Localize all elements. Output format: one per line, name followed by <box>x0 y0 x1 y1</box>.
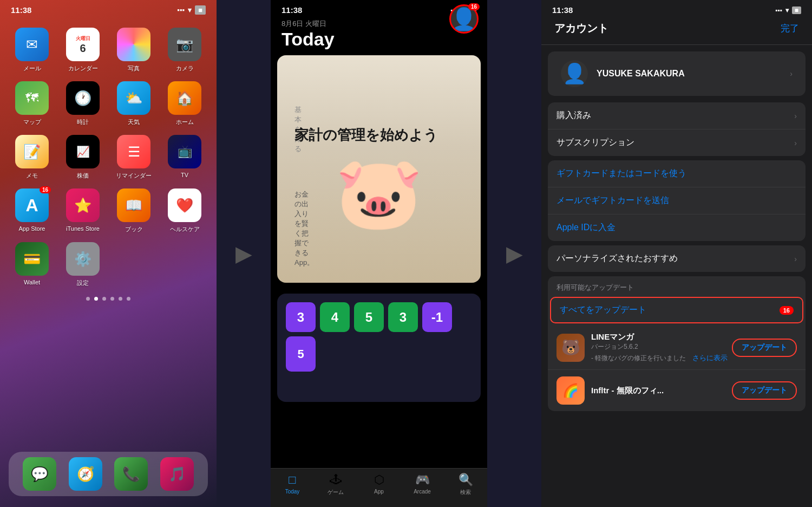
app-settings[interactable]: ⚙️ 設定 <box>62 242 104 287</box>
purchased-label: 購入済み <box>556 110 794 121</box>
app-notes[interactable]: 📝 メモ <box>11 135 53 180</box>
messages-icon: 💬 <box>31 466 48 483</box>
game-tile-0: 3 <box>286 302 316 332</box>
weather-label: 天気 <box>128 118 140 126</box>
personalized-item[interactable]: パーソナライズされたおすすめ › <box>548 245 806 272</box>
dock-phone[interactable]: 📞 <box>111 457 152 491</box>
tab-today[interactable]: □ Today <box>271 473 314 496</box>
signal-icon: ▪▪▪ <box>177 6 185 14</box>
phone-icon-bg: 📞 <box>114 457 148 491</box>
tab-arcade[interactable]: 🎮 Arcade <box>401 473 444 496</box>
line-manga-update-btn[interactable]: アップデート <box>732 339 797 357</box>
app-mail[interactable]: ✉ メール <box>11 28 53 73</box>
dock-safari[interactable]: 🧭 <box>66 457 106 491</box>
tab-search[interactable]: 🔍 検索 <box>444 473 487 496</box>
wallet-icon: 💳 <box>23 251 41 268</box>
infltr-icon-img: 🌈 <box>562 383 579 398</box>
gift-code-item[interactable]: ギフトカードまたはコードを使う <box>548 160 806 187</box>
clock-icon: 🕐 <box>74 90 91 107</box>
mail-label: メール <box>23 64 41 73</box>
account-screen: 11:38 ▪▪▪ ▾ ■ アカウント 完了 👤 YUSUKE SAKAKURA… <box>541 0 812 507</box>
photos-icon-bg <box>117 28 150 61</box>
tab-search-label: 検索 <box>460 489 471 496</box>
app-stocks[interactable]: 📈 株価 <box>62 135 104 180</box>
dock-music[interactable]: 🎵 <box>157 457 198 491</box>
dot-6 <box>127 297 130 301</box>
line-manga-name: LINEマンガ <box>591 332 732 342</box>
wifi-icon-3: ▾ <box>785 6 789 14</box>
stocks-icon: 📈 <box>76 145 90 158</box>
tab-apps[interactable]: ⬡ App <box>357 473 401 496</box>
appstore-icon-bg: A 16 <box>15 188 49 222</box>
music-icon-bg: 🎵 <box>160 457 194 491</box>
dock-messages[interactable]: 💬 <box>19 457 60 491</box>
add-funds-item[interactable]: Apple IDに入金 <box>548 214 806 241</box>
done-button[interactable]: 完了 <box>781 22 799 35</box>
calendar-day: 6 <box>80 42 86 54</box>
user-avatar-portrait: 👤 <box>562 62 587 85</box>
health-icon: ❤️ <box>176 197 193 214</box>
line-manga-icon: 🐻 <box>556 334 585 362</box>
app-maps[interactable]: 🗺 マップ <box>11 81 53 126</box>
itunes-icon: ⭐ <box>74 197 91 214</box>
purchased-chevron-icon: › <box>794 112 797 120</box>
updates-section: 利用可能なアップデート すべてをアップデート 16 🐻 LINEマンガ バージョ… <box>548 276 806 411</box>
personalized-label: パーソナライズされたおすすめ <box>556 253 794 264</box>
clock-icon-bg: 🕐 <box>66 81 100 115</box>
line-manga-icon-img: 🐻 <box>561 339 580 356</box>
menu-subscriptions[interactable]: サブスクリプション › <box>548 129 806 156</box>
calendar-icon-bg: 火曜日 6 <box>66 28 100 61</box>
notes-icon-bg: 📝 <box>15 135 49 168</box>
mail-icon-bg: ✉ <box>15 28 49 61</box>
account-title: アカウント <box>554 21 608 36</box>
app-weather[interactable]: ⛅ 天気 <box>113 81 155 126</box>
app-photos[interactable]: 写真 <box>113 28 155 73</box>
stocks-icon-bg: 📈 <box>66 135 100 168</box>
dot-3 <box>102 297 106 301</box>
piggy-bank-icon: 🐷 <box>335 152 423 235</box>
game-tiles-row2: 5 <box>277 332 481 372</box>
phone-icon: 📞 <box>122 466 140 483</box>
app-calendar[interactable]: 火曜日 6 カレンダー <box>62 28 104 73</box>
menu-purchased[interactable]: 購入済み › <box>548 102 806 129</box>
user-chevron-icon: › <box>790 69 793 78</box>
infltr-update-btn[interactable]: アップデート <box>732 381 797 400</box>
health-icon-bg: ❤️ <box>168 188 201 222</box>
books-icon-bg: 📖 <box>117 188 150 222</box>
dot-2 <box>94 297 98 301</box>
app-camera[interactable]: 📷 カメラ <box>163 28 206 73</box>
calendar-label: カレンダー <box>68 64 98 73</box>
app-reminders[interactable]: ☰ リマインダー <box>113 135 155 180</box>
status-icons-1: ▪▪▪ ▾ ■ <box>177 5 206 15</box>
today-card-1[interactable]: 基本を知る 家計の管理を始めよう 🐷 お金の出入りを賢く把握できるApp。 <box>277 55 481 283</box>
app-health[interactable]: ❤️ ヘルスケア <box>163 188 206 233</box>
send-gift-item[interactable]: メールでギフトカードを送信 <box>548 187 806 214</box>
subscriptions-label: サブスクリプション <box>556 137 794 148</box>
app-clock[interactable]: 🕐 時計 <box>62 81 104 126</box>
game-tile-2: 5 <box>354 302 384 332</box>
tab-games[interactable]: 🕹 ゲーム <box>314 473 357 496</box>
today-card-2[interactable]: 3 4 5 3 -1 5 <box>277 294 481 402</box>
maps-label: マップ <box>23 118 41 126</box>
app-tv[interactable]: 📺 TV <box>163 135 206 180</box>
settings-label: 設定 <box>77 279 89 287</box>
tab-arcade-icon: 🎮 <box>415 473 430 487</box>
mail-icon: ✉ <box>26 36 38 53</box>
time-3: 11:38 <box>552 5 573 15</box>
update-all-row[interactable]: すべてをアップデート 16 <box>550 297 803 323</box>
app-itunes[interactable]: ⭐ iTunes Store <box>62 188 104 233</box>
app-appstore[interactable]: A 16 App Store <box>11 188 53 233</box>
see-more-btn[interactable]: さらに表示 <box>692 353 728 363</box>
user-profile-row[interactable]: 👤 YUSUKE SAKAKURA › <box>548 51 806 96</box>
calendar-weekday: 火曜日 <box>76 35 90 42</box>
app-home[interactable]: 🏠 ホーム <box>163 81 206 126</box>
notes-icon: 📝 <box>23 144 41 160</box>
tv-icon-bg: 📺 <box>168 135 201 168</box>
personalized-section[interactable]: パーソナライズされたおすすめ › <box>548 245 806 272</box>
settings-icon: ⚙️ <box>74 251 91 268</box>
music-icon: 🎵 <box>168 466 186 483</box>
app-wallet[interactable]: 💳 Wallet <box>11 242 53 287</box>
app-books[interactable]: 📖 ブック <box>113 188 155 233</box>
tab-today-icon: □ <box>289 473 296 487</box>
battery-icon-3: ■ <box>792 6 801 14</box>
